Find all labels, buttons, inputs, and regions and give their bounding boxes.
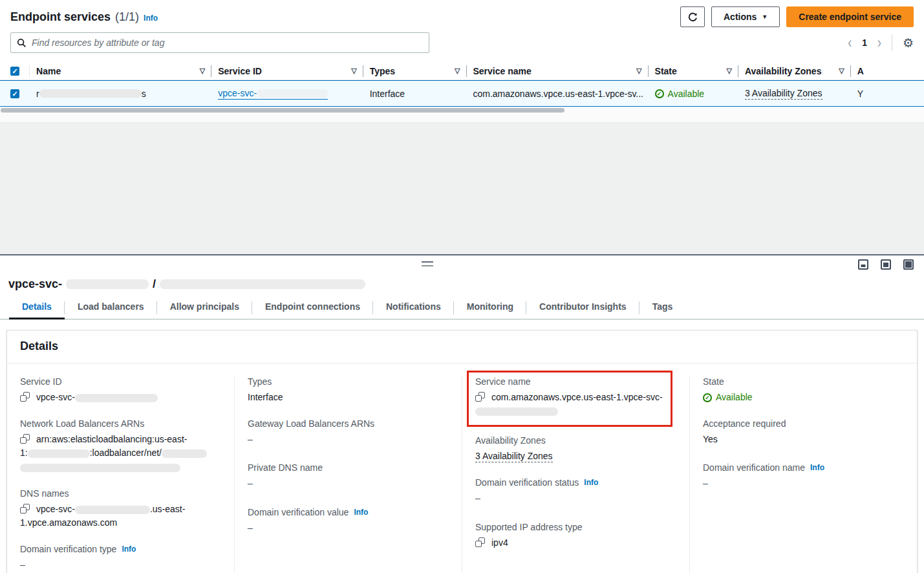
tab-load-balancers[interactable]: Load balancers — [65, 301, 157, 319]
availability-zones-link[interactable]: 3 Availability Zones — [475, 451, 553, 462]
ip-type-value: ipv4 — [491, 537, 508, 548]
field-label: Domain verification type — [20, 544, 116, 554]
row-checkbox[interactable]: ✓ — [10, 89, 19, 98]
nlb-arn-text: arn:aws:elasticloadbalancing:us-east- — [36, 434, 187, 444]
tab-tags[interactable]: Tags — [639, 301, 686, 319]
filter-icon[interactable]: ▽ — [726, 67, 731, 75]
field-label: Network Load Balancers ARNs — [20, 418, 221, 429]
info-link[interactable]: Info — [810, 463, 824, 472]
filter-icon[interactable]: ▽ — [351, 67, 356, 75]
field-value: – — [475, 492, 676, 506]
redacted-name — [39, 89, 142, 98]
row-az-cell: 3 Availability Zones — [738, 81, 851, 106]
column-header-service-id[interactable]: Service ID ▽ — [211, 62, 363, 80]
filter-icon[interactable]: ▽ — [455, 67, 460, 75]
current-page[interactable]: 1 — [862, 38, 867, 48]
field-service-id: Service ID vpce-svc- — [20, 376, 221, 405]
panel-size-large-icon[interactable] — [903, 259, 914, 270]
column-header-service-name[interactable]: Service name ▽ — [467, 62, 649, 80]
tab-contributor-insights[interactable]: Contributor Insights — [526, 301, 639, 319]
info-link[interactable]: Info — [354, 508, 368, 517]
panel-title-separator: / — [153, 277, 156, 291]
refresh-icon — [687, 12, 698, 23]
column-header-state[interactable]: State ▽ — [649, 62, 738, 80]
filter-icon[interactable]: ▽ — [839, 67, 844, 75]
panel-drag-handle[interactable] — [422, 261, 433, 266]
column-header-acceptance[interactable]: A — [851, 62, 924, 80]
select-all-checkbox[interactable]: ✓ — [10, 67, 19, 76]
list-header: Endpoint services (1/1) Info Actions ▼ C… — [0, 0, 924, 32]
horizontal-scrollbar[interactable] — [0, 107, 924, 114]
check-circle-icon: ✓ — [703, 393, 712, 402]
redacted-value — [475, 407, 558, 416]
row-types-cell: Interface — [363, 81, 467, 106]
service-id-link[interactable]: vpce-svc- — [218, 88, 328, 100]
tab-endpoint-connections[interactable]: Endpoint connections — [252, 301, 373, 319]
row-service-id-cell: vpce-svc- — [211, 81, 363, 106]
copy-icon[interactable] — [20, 434, 30, 444]
next-page-button[interactable]: › — [877, 35, 881, 50]
copy-icon[interactable] — [20, 504, 30, 514]
tab-allow-principals[interactable]: Allow principals — [157, 301, 252, 319]
field-label: Private DNS name — [248, 462, 449, 473]
tab-details[interactable]: Details — [9, 301, 65, 319]
info-link[interactable]: Info — [122, 545, 136, 554]
field-nlb-arns: Network Load Balancers ARNs arn:aws:elas… — [20, 418, 221, 475]
check-circle-icon: ✓ — [655, 89, 664, 98]
dns-text: 1.vpce.amazonaws.com — [20, 517, 117, 528]
info-link[interactable]: Info — [584, 478, 598, 487]
field-private-dns: Private DNS name – — [248, 462, 449, 491]
filter-icon[interactable]: ▽ — [200, 67, 205, 75]
refresh-button[interactable] — [680, 6, 705, 27]
field-value: – — [703, 477, 904, 491]
redacted-value — [75, 506, 150, 514]
search-icon — [17, 38, 27, 48]
field-label: State — [703, 376, 904, 387]
field-value: – — [248, 433, 449, 447]
panel-size-medium-icon[interactable] — [881, 259, 891, 270]
column-label: Types — [370, 66, 395, 76]
filter-icon[interactable]: ▽ — [636, 67, 641, 75]
search-input[interactable] — [32, 38, 423, 48]
title-info-link[interactable]: Info — [144, 14, 158, 23]
copy-icon[interactable] — [475, 392, 485, 402]
paging-divider — [892, 34, 892, 51]
actions-button[interactable]: Actions ▼ — [711, 6, 780, 27]
prev-page-button[interactable]: ‹ — [848, 35, 852, 50]
column-header-availability-zones[interactable]: Availability Zones ▽ — [738, 62, 851, 80]
scrollbar-thumb[interactable] — [1, 108, 564, 113]
create-endpoint-service-button[interactable]: Create endpoint service — [786, 6, 914, 27]
nlb-arn-text: 1: — [20, 448, 28, 458]
field-service-name-highlighted: Service name com.amazonaws.vpce.us-east-… — [467, 371, 672, 427]
field-label: Domain verification value — [248, 507, 349, 517]
table-row[interactable]: ✓ rs vpce-svc- Interface com.amazonaws.v… — [0, 80, 924, 107]
row-name-cell: rs — [30, 81, 211, 106]
field-acceptance-required: Acceptance required Yes — [703, 418, 904, 447]
service-id-value: vpce-svc- — [36, 392, 75, 402]
nlb-arn-text: :loadbalancer/net/ — [90, 448, 162, 458]
field-availability-zones: Availability Zones 3 Availability Zones — [475, 435, 676, 464]
row-acceptance-cell: Y — [851, 81, 924, 106]
redacted-value — [20, 464, 180, 472]
panel-size-small-icon[interactable] — [858, 259, 868, 270]
gear-icon[interactable]: ⚙ — [903, 37, 914, 49]
copy-icon[interactable] — [475, 537, 485, 547]
tab-notifications[interactable]: Notifications — [373, 301, 454, 319]
list-section: Endpoint services (1/1) Info Actions ▼ C… — [0, 0, 924, 123]
details-card-body: Service ID vpce-svc- Network Load Balanc… — [7, 363, 917, 573]
column-label: Availability Zones — [745, 66, 822, 76]
tab-monitoring[interactable]: Monitoring — [454, 301, 526, 319]
column-header-name[interactable]: Name ▽ — [30, 62, 211, 80]
field-domain-verification-status: Domain verification status Info – — [475, 477, 676, 506]
availability-zones-link[interactable]: 3 Availability Zones — [745, 88, 822, 100]
panel-size-controls — [858, 259, 914, 270]
redacted-service-id — [257, 89, 328, 98]
copy-icon[interactable] — [20, 392, 30, 402]
column-label: Service ID — [218, 66, 262, 76]
endpoint-services-table: ✓ Name ▽ Service ID ▽ Types ▽ Service na… — [0, 62, 924, 123]
field-domain-verification-name: Domain verification name Info – — [703, 462, 904, 491]
column-header-types[interactable]: Types ▽ — [363, 62, 467, 80]
search-box[interactable] — [10, 32, 429, 53]
field-value: arn:aws:elasticloadbalancing:us-east- 1:… — [20, 433, 221, 475]
field-label: Gateway Load Balancers ARNs — [248, 418, 449, 429]
